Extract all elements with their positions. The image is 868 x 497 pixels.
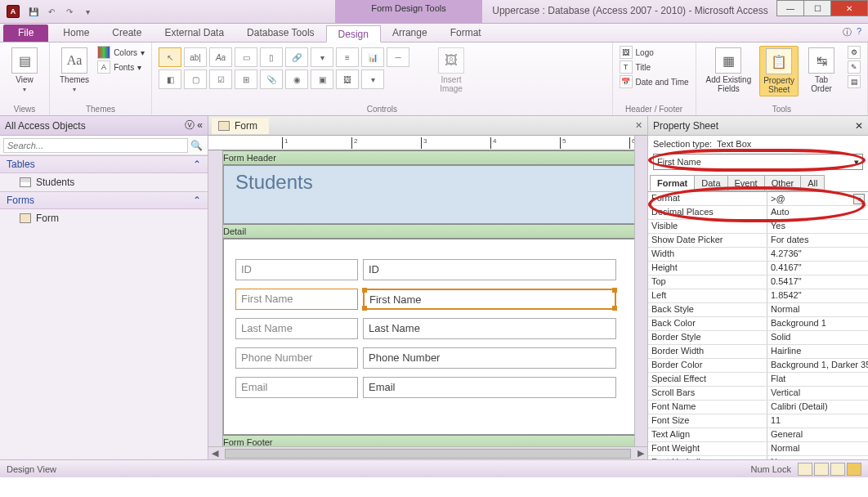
property-row[interactable]: Text AlignGeneral xyxy=(648,428,868,442)
qat-more-icon[interactable]: ▾ xyxy=(80,4,95,19)
nav-group-tables[interactable]: Tables⌃ xyxy=(0,155,208,173)
help-icon[interactable]: ? xyxy=(857,26,861,38)
property-value[interactable]: >@▾ xyxy=(767,192,868,205)
property-row[interactable]: Scroll BarsVertical xyxy=(648,387,868,401)
control-button-icon[interactable]: ▭ xyxy=(235,47,257,67)
view-design-icon[interactable] xyxy=(847,463,861,476)
nav-item-form[interactable]: Form xyxy=(0,209,208,227)
control-rect-icon[interactable]: ▢ xyxy=(184,69,207,89)
property-row[interactable]: Top0.5417" xyxy=(648,275,868,289)
nav-collapse-icon[interactable]: « xyxy=(197,119,203,131)
property-value[interactable]: 0.4167" xyxy=(767,262,868,275)
control-check-icon[interactable]: ☑ xyxy=(209,69,232,89)
fonts-button[interactable]: AFonts ▾ xyxy=(97,60,145,74)
detail-body[interactable]: IDIDFirst NameFirst NameLast NameLast Na… xyxy=(223,239,647,435)
title-button[interactable]: TTitle xyxy=(620,60,689,74)
tool-extra1-icon[interactable]: ⚙ xyxy=(848,46,861,59)
field-row[interactable]: Phone NumberPhone Number xyxy=(235,347,647,369)
vertical-scrollbar[interactable] xyxy=(634,136,647,446)
property-tab-data[interactable]: Data xyxy=(694,175,727,191)
control-line-icon[interactable]: ─ xyxy=(387,47,409,67)
field-control[interactable]: First Name xyxy=(363,289,616,310)
undo-icon[interactable]: ↶ xyxy=(44,4,59,19)
section-form-footer[interactable]: Form Footer xyxy=(208,435,647,446)
tab-home[interactable]: Home xyxy=(51,25,101,42)
property-value[interactable]: 0.5417" xyxy=(767,275,868,289)
property-row[interactable]: Font NameCalibri (Detail) xyxy=(648,401,868,414)
file-tab[interactable]: File xyxy=(3,25,48,42)
property-value[interactable]: Flat xyxy=(767,373,868,386)
property-row[interactable]: Width4.2736" xyxy=(648,248,868,262)
field-control[interactable]: Phone Number xyxy=(363,347,616,369)
colors-button[interactable]: Colors ▾ xyxy=(97,46,145,59)
control-image-icon[interactable]: 🖼 xyxy=(336,69,359,89)
control-tab-icon[interactable]: ▯ xyxy=(260,47,283,67)
section-form-header[interactable]: Form Header xyxy=(208,150,647,165)
property-value[interactable]: 4.2736" xyxy=(767,248,868,261)
nav-group-forms[interactable]: Forms⌃ xyxy=(0,191,208,209)
form-title-label[interactable]: Students xyxy=(235,171,313,194)
close-property-sheet-icon[interactable]: ✕ xyxy=(855,120,863,132)
section-detail[interactable]: Detail xyxy=(208,224,647,239)
property-value[interactable]: Yes xyxy=(767,220,868,233)
control-more-icon[interactable]: ▾ xyxy=(361,69,384,89)
property-row[interactable]: Back ColorBackground 1 xyxy=(648,317,868,331)
control-label-icon[interactable]: Aa xyxy=(209,47,232,67)
property-sheet-button[interactable]: 📋 Property Sheet xyxy=(759,46,799,96)
close-button[interactable]: ✕ xyxy=(830,0,868,16)
property-row[interactable]: Font Size11 xyxy=(648,414,868,428)
close-document-icon[interactable]: ✕ xyxy=(635,120,642,131)
redo-icon[interactable]: ↷ xyxy=(62,4,77,19)
property-value[interactable]: Normal xyxy=(767,303,868,316)
property-row[interactable]: Border WidthHairline xyxy=(648,345,868,359)
control-select-icon[interactable]: ↖ xyxy=(159,47,181,67)
property-tab-format[interactable]: Format xyxy=(650,175,695,191)
control-textbox-icon[interactable]: ab| xyxy=(184,47,207,67)
property-row[interactable]: Font WeightNormal xyxy=(648,442,868,456)
property-value[interactable]: Vertical xyxy=(767,387,868,400)
property-row[interactable]: Left1.8542" xyxy=(648,289,868,303)
tab-external-data[interactable]: External Data xyxy=(153,25,235,42)
property-row[interactable]: Height0.4167" xyxy=(648,262,868,275)
horizontal-scrollbar[interactable]: ◀ ▶ xyxy=(208,446,647,459)
tool-extra3-icon[interactable]: ▤ xyxy=(848,75,861,88)
nav-header[interactable]: All Access Objects ⓥ « xyxy=(0,116,208,136)
property-row[interactable]: Border ColorBackground 1, Darker 35% xyxy=(648,359,868,373)
property-value[interactable]: Background 1 xyxy=(767,317,868,330)
field-row[interactable]: Last NameLast Name xyxy=(235,318,647,339)
field-label[interactable]: Last Name xyxy=(235,318,358,339)
nav-dropdown-icon[interactable]: ⓥ xyxy=(185,119,195,131)
control-toggle-icon[interactable]: ◧ xyxy=(159,69,181,89)
property-value[interactable]: Hairline xyxy=(767,345,868,358)
control-attach-icon[interactable]: 📎 xyxy=(260,69,283,89)
tool-extra2-icon[interactable]: ✎ xyxy=(848,60,861,74)
property-value[interactable]: Calibri (Detail) xyxy=(767,401,868,414)
property-row[interactable]: Border StyleSolid xyxy=(648,331,868,345)
collapse-icon[interactable]: ⌃ xyxy=(193,195,201,206)
add-existing-fields-button[interactable]: ▦ Add Existing Fields xyxy=(703,46,755,95)
dropdown-icon[interactable]: ▾ xyxy=(853,194,865,204)
field-row[interactable]: First NameFirst Name xyxy=(235,289,647,310)
control-unbound-icon[interactable]: ⊞ xyxy=(235,69,257,89)
tab-format[interactable]: Format xyxy=(439,25,493,42)
property-row[interactable]: Show Date PickerFor dates xyxy=(648,234,868,248)
property-value[interactable]: Normal xyxy=(767,442,868,455)
field-label[interactable]: ID xyxy=(235,259,358,280)
property-value[interactable]: For dates xyxy=(767,234,868,247)
field-control[interactable]: ID xyxy=(363,259,616,280)
object-selector[interactable]: First Name ▾ xyxy=(653,154,863,170)
field-label[interactable]: Phone Number xyxy=(235,347,358,369)
property-row[interactable]: Special EffectFlat xyxy=(648,373,868,387)
design-surface[interactable]: Form Header Students Detail IDIDFirst Na… xyxy=(208,150,647,446)
field-row[interactable]: EmailEmail xyxy=(235,377,647,398)
control-combo-icon[interactable]: ▾ xyxy=(311,47,333,67)
field-label[interactable]: Email xyxy=(235,377,358,398)
field-row[interactable]: IDID xyxy=(235,259,647,280)
themes-button[interactable]: Aa Themes ▾ xyxy=(56,46,92,95)
property-row[interactable]: Back StyleNormal xyxy=(648,303,868,317)
control-subform-icon[interactable]: ▣ xyxy=(311,69,333,89)
nav-item-students[interactable]: Students xyxy=(0,173,208,191)
view-button[interactable]: ▤ View ▾ xyxy=(7,46,43,95)
field-label[interactable]: First Name xyxy=(235,289,358,310)
property-row[interactable]: Decimal PlacesAuto xyxy=(648,206,868,220)
